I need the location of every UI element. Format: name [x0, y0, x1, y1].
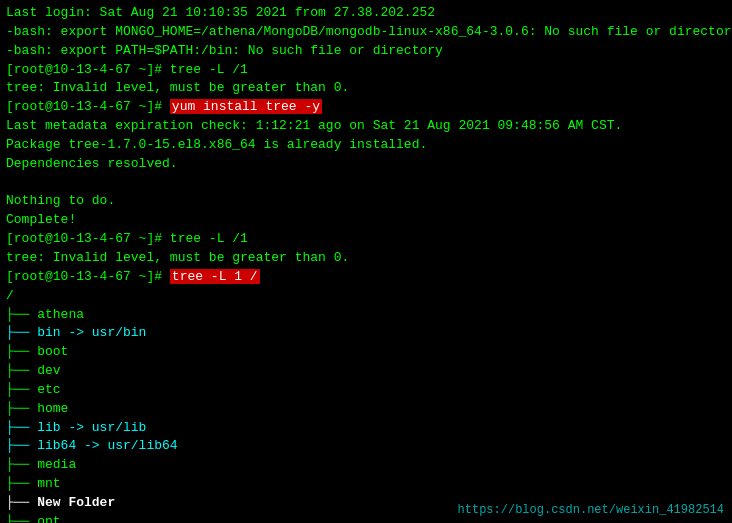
- tree-bin: ├── bin -> usr/bin: [6, 324, 726, 343]
- cmd-highlight-15: tree -L 1 /: [170, 269, 260, 284]
- line-8: Package tree-1.7.0-15.el8.x86_64 is alre…: [6, 136, 726, 155]
- line-14: tree: Invalid level, must be greater tha…: [6, 249, 726, 268]
- tree-home: ├── home: [6, 400, 726, 419]
- cmd-4: tree -L /1: [170, 62, 248, 77]
- tree-lib64: ├── lib64 -> usr/lib64: [6, 437, 726, 456]
- cmd-highlight-6: yum install tree -y: [170, 99, 322, 114]
- prompt-15: [root@10-13-4-67 ~]#: [6, 269, 170, 284]
- tree-mnt: ├── mnt: [6, 475, 726, 494]
- line-10: [6, 174, 726, 193]
- terminal-window: Last login: Sat Aug 21 10:10:35 2021 fro…: [0, 0, 732, 523]
- tree-boot: ├── boot: [6, 343, 726, 362]
- prompt-4: [root@10-13-4-67 ~]#: [6, 62, 170, 77]
- tree-media: ├── media: [6, 456, 726, 475]
- tree-dev: ├── dev: [6, 362, 726, 381]
- line-1: Last login: Sat Aug 21 10:10:35 2021 fro…: [6, 4, 726, 23]
- tree-athena: ├── athena: [6, 306, 726, 325]
- line-4: [root@10-13-4-67 ~]# tree -L /1: [6, 61, 726, 80]
- tree-root: /: [6, 287, 726, 306]
- line-15: [root@10-13-4-67 ~]# tree -L 1 /: [6, 268, 726, 287]
- prompt-6: [root@10-13-4-67 ~]#: [6, 99, 170, 114]
- tree-etc: ├── etc: [6, 381, 726, 400]
- line-5: tree: Invalid level, must be greater tha…: [6, 79, 726, 98]
- cmd-13: tree -L /1: [170, 231, 248, 246]
- line-7: Last metadata expiration check: 1:12:21 …: [6, 117, 726, 136]
- line-2: -bash: export MONGO_HOME=/athena/MongoDB…: [6, 23, 726, 42]
- line-6: [root@10-13-4-67 ~]# yum install tree -y: [6, 98, 726, 117]
- prompt-13: [root@10-13-4-67 ~]#: [6, 231, 170, 246]
- watermark: https://blog.csdn.net/weixin_41982514: [458, 503, 724, 517]
- line-11: Nothing to do.: [6, 192, 726, 211]
- tree-lib: ├── lib -> usr/lib: [6, 419, 726, 438]
- line-13: [root@10-13-4-67 ~]# tree -L /1: [6, 230, 726, 249]
- line-12: Complete!: [6, 211, 726, 230]
- line-9: Dependencies resolved.: [6, 155, 726, 174]
- line-3: -bash: export PATH=$PATH:/bin: No such f…: [6, 42, 726, 61]
